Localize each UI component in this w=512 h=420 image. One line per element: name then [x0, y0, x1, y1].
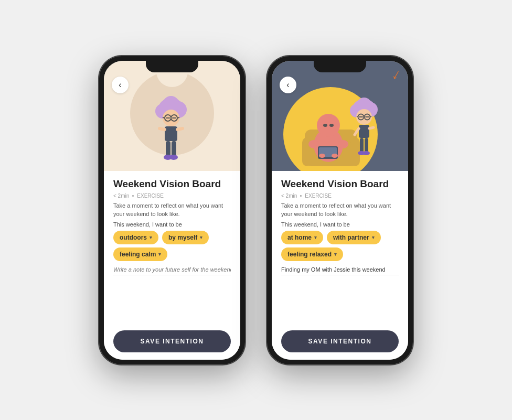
back-button-right[interactable]: ‹ [280, 77, 296, 93]
chip-location-label-left: outdoors [120, 234, 147, 241]
meta-right: < 2min EXERCISE [281, 193, 399, 199]
svg-line-41 [370, 116, 372, 117]
chip-feeling-left[interactable]: feeling calm ▾ [113, 247, 167, 261]
svg-point-18 [169, 155, 178, 160]
save-button-left[interactable]: SAVE INTENTION [113, 330, 231, 352]
phone-right: ↓ ‹ [266, 56, 413, 365]
svg-line-45 [355, 128, 359, 135]
chip-location-right[interactable]: at home ▾ [281, 231, 323, 244]
chips-row2-left: feeling calm ▾ [113, 247, 231, 261]
chip-feeling-arrow-left: ▾ [158, 252, 161, 257]
svg-rect-44 [359, 125, 369, 138]
orange-arrow-icon: ↓ [389, 65, 404, 83]
meta-time-left: < 2min [113, 193, 129, 199]
scene: ‹ [83, 40, 429, 381]
note-input-right[interactable] [281, 264, 399, 275]
meta-dot-left [132, 195, 134, 197]
hero-left: ‹ [104, 61, 240, 171]
notch-right [314, 61, 366, 72]
svg-line-46 [369, 127, 374, 128]
save-button-right[interactable]: SAVE INTENTION [281, 330, 399, 352]
svg-rect-12 [165, 126, 177, 141]
back-icon-left: ‹ [119, 80, 121, 90]
svg-line-9 [177, 117, 179, 118]
chip-location-arrow-right: ▾ [314, 235, 317, 240]
svg-line-13 [159, 128, 165, 130]
svg-rect-21 [350, 137, 360, 166]
chip-location-label-right: at home [287, 234, 312, 241]
intention-label-left: This weekend, I want to be [113, 221, 231, 228]
meta-left: < 2min EXERCISE [113, 193, 231, 199]
meta-dot-right [300, 195, 302, 197]
chip-company-arrow-left: ▾ [200, 235, 202, 240]
svg-point-26 [308, 140, 319, 148]
chips-row2-right: feeling relaxed ▾ [281, 247, 399, 261]
svg-line-39 [357, 116, 358, 117]
note-input-left[interactable] [113, 264, 231, 275]
meta-time-right: < 2min [281, 193, 297, 199]
svg-line-14 [177, 128, 183, 130]
chip-feeling-right[interactable]: feeling relaxed ▾ [281, 247, 343, 261]
back-icon-right: ‹ [286, 80, 289, 90]
character-right [302, 88, 386, 171]
svg-rect-48 [365, 138, 368, 153]
notch-left [146, 61, 198, 72]
hero-right: ↓ ‹ [272, 61, 408, 171]
chip-company-arrow-right: ▾ [372, 235, 375, 240]
svg-rect-47 [360, 138, 364, 153]
content-left: Weekend Vision Board < 2min EXERCISE Tak… [104, 171, 240, 360]
svg-point-50 [362, 151, 370, 155]
title-left: Weekend Vision Board [113, 178, 231, 190]
back-button-left[interactable]: ‹ [112, 77, 129, 93]
svg-point-31 [332, 154, 338, 158]
chip-location-arrow-left: ▾ [150, 235, 152, 240]
screen-right: ↓ ‹ [272, 61, 408, 360]
intention-label-right: This weekend, I want to be [281, 221, 399, 228]
title-right: Weekend Vision Board [281, 178, 399, 190]
meta-type-left: EXERCISE [137, 193, 164, 199]
svg-point-30 [319, 154, 325, 158]
svg-line-7 [163, 117, 165, 118]
phone-left: ‹ [99, 56, 246, 365]
description-right: Take a moment to reflect on what you wan… [281, 202, 399, 218]
chip-company-left[interactable]: by myself ▾ [162, 231, 209, 244]
chip-feeling-label-left: feeling calm [120, 251, 156, 258]
chip-company-label-right: with partner [333, 234, 369, 241]
meta-type-right: EXERCISE [305, 193, 332, 199]
chip-feeling-label-right: feeling relaxed [287, 251, 332, 258]
chip-company-label-left: by myself [168, 234, 197, 241]
chips-row-left: outdoors ▾ by myself ▾ [113, 231, 231, 244]
description-left: Take a moment to reflect on what you wan… [113, 202, 231, 218]
screen-left: ‹ [104, 61, 240, 360]
svg-point-24 [323, 124, 327, 127]
svg-point-27 [338, 140, 348, 148]
svg-point-25 [329, 124, 334, 127]
svg-rect-16 [172, 141, 176, 157]
chips-row-right: at home ▾ with partner ▾ [281, 231, 399, 244]
chip-location-left[interactable]: outdoors ▾ [113, 231, 158, 244]
svg-point-23 [317, 114, 340, 137]
chip-company-right[interactable]: with partner ▾ [327, 231, 381, 244]
chip-feeling-arrow-right: ▾ [334, 252, 337, 257]
content-right: Weekend Vision Board < 2min EXERCISE Tak… [272, 171, 408, 360]
character-left [151, 88, 193, 171]
svg-rect-15 [166, 141, 170, 157]
